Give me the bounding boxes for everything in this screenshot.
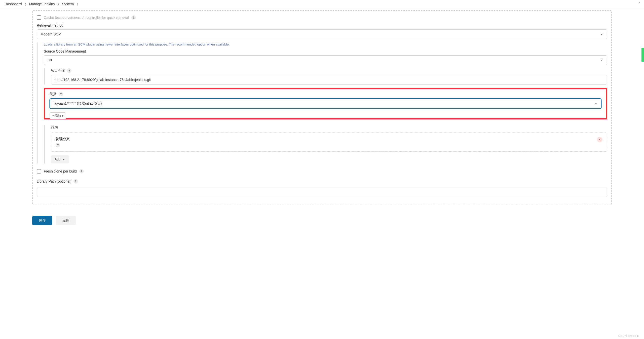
credentials-value: liuyuan1/****** (拉取gitlab项目) — [54, 101, 102, 106]
remove-behavior-button[interactable]: ✕ — [597, 137, 602, 142]
help-icon[interactable]: ? — [59, 92, 63, 96]
breadcrumb-dashboard[interactable]: Dashboard — [5, 2, 22, 6]
save-button[interactable]: 保存 — [32, 216, 52, 225]
behaviors-subsection: 行为 发现分支 ? ✕ Add — [44, 125, 607, 163]
chevron-down-icon — [62, 158, 65, 161]
watermark: CSDN @occ ▶ — [618, 334, 639, 337]
main-content: Cache fetched versions on controller for… — [0, 10, 644, 230]
behaviors-label: 行为 — [51, 125, 607, 130]
chevron-right-icon: ❯ — [76, 3, 79, 6]
scm-select[interactable]: Git — [44, 55, 607, 65]
help-icon[interactable]: ? — [56, 143, 60, 147]
credentials-label: 凭据 ? — [50, 92, 601, 96]
repo-input[interactable] — [51, 75, 607, 84]
scm-subsection: Loads a library from an SCM plugin using… — [37, 43, 607, 163]
library-section: Cache fetched versions on controller for… — [32, 10, 612, 205]
fresh-clone-checkbox[interactable] — [37, 169, 41, 174]
chevron-down-icon — [600, 32, 603, 36]
chevron-right-icon: ❯ — [24, 3, 27, 6]
behavior-item: 发现分支 ? ✕ — [51, 133, 607, 152]
repo-label: 项目仓库 ? — [51, 68, 607, 73]
caret-down-icon: ▾ — [62, 114, 63, 118]
help-icon[interactable]: ? — [131, 15, 136, 20]
credentials-select[interactable]: liuyuan1/****** (拉取gitlab项目) — [50, 98, 601, 109]
add-credentials-button[interactable]: + 添加 ▾ — [50, 112, 66, 119]
behavior-title: 发现分支 — [56, 137, 70, 141]
breadcrumb-system[interactable]: System — [62, 2, 74, 6]
help-icon[interactable]: ? — [73, 179, 78, 184]
scm-label: Source Code Management — [44, 49, 607, 53]
library-path-label: Library Path (optional) ? — [37, 179, 607, 184]
cache-versions-label: Cache fetched versions on controller for… — [44, 16, 129, 20]
apply-button[interactable]: 应用 — [56, 216, 76, 225]
cache-versions-checkbox[interactable] — [37, 15, 41, 20]
retrieval-method-select[interactable]: Modern SCM — [37, 29, 607, 39]
fresh-clone-label: Fresh clone per build — [44, 169, 77, 173]
library-path-input[interactable] — [37, 188, 607, 197]
add-behavior-button[interactable]: Add — [51, 155, 69, 163]
chevron-right-icon: ❯ — [57, 3, 59, 6]
scm-description: Loads a library from an SCM plugin using… — [44, 43, 607, 46]
fresh-clone-row: Fresh clone per build ? — [37, 169, 607, 174]
chevron-down-icon — [594, 102, 597, 105]
scm-value: Git — [48, 58, 52, 62]
breadcrumb: Dashboard ❯ Manage Jenkins ❯ System ❯ — [0, 0, 644, 8]
help-icon[interactable]: ? — [79, 169, 84, 174]
retrieval-method-label: Retrieval method — [37, 23, 607, 27]
side-tab[interactable] — [641, 48, 644, 62]
credentials-highlight: 凭据 ? liuyuan1/****** (拉取gitlab项目) + 添加 ▾ — [44, 88, 607, 119]
chevron-down-icon — [600, 58, 603, 62]
git-subsection: 项目仓库 ? — [44, 68, 607, 84]
cache-versions-row: Cache fetched versions on controller for… — [37, 14, 607, 23]
help-icon[interactable]: ? — [67, 68, 71, 73]
scroll-up-icon[interactable]: ▲ — [638, 1, 640, 4]
breadcrumb-manage-jenkins[interactable]: Manage Jenkins — [29, 2, 55, 6]
retrieval-method-value: Modern SCM — [41, 32, 61, 36]
bottom-actions: 保存 应用 — [32, 211, 612, 230]
